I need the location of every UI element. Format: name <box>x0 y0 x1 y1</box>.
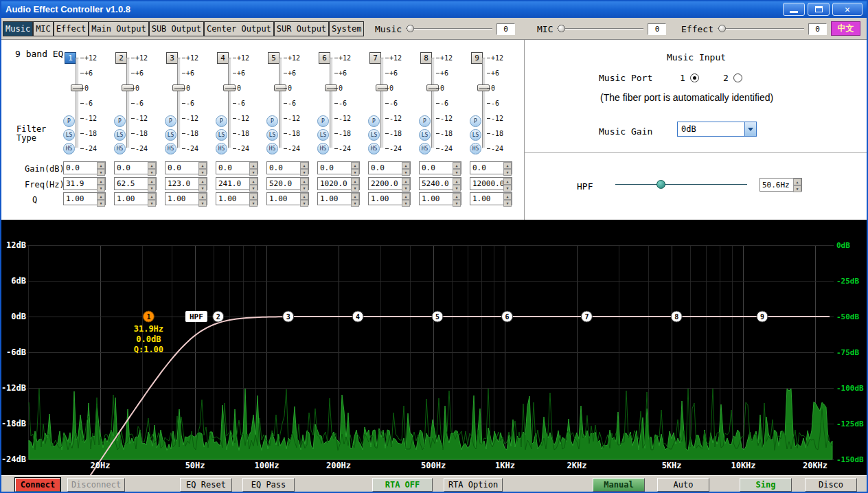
filter-type-p-button[interactable]: P <box>63 115 75 127</box>
tab-center-output[interactable]: Center Output <box>204 21 274 36</box>
spin-up-button[interactable]: ▲ <box>300 193 308 200</box>
eq-fader-track[interactable] <box>431 58 435 148</box>
spin-up-button[interactable]: ▲ <box>97 162 105 169</box>
spin-up-button[interactable]: ▲ <box>503 193 512 200</box>
filter-type-ls-button[interactable]: LS <box>317 129 329 141</box>
spin-up-button[interactable]: ▲ <box>198 178 207 185</box>
close-button[interactable]: ✕ <box>832 3 863 16</box>
music-level-slider[interactable] <box>406 23 492 35</box>
eq-fader-track[interactable] <box>76 58 79 148</box>
eq-fader-track[interactable] <box>380 58 384 148</box>
eq-fader-track[interactable] <box>482 58 486 148</box>
eq-q-input[interactable] <box>318 193 351 205</box>
sing-button[interactable]: Sing <box>740 478 792 492</box>
eq-q-input[interactable] <box>420 193 453 205</box>
eq-band-3-button[interactable]: 3 <box>166 52 178 64</box>
disconnect-button[interactable]: Disconnect <box>67 478 125 492</box>
filter-type-p-button[interactable]: P <box>114 115 126 127</box>
eq-band-5-button[interactable]: 5 <box>268 52 279 64</box>
spin-down-button[interactable]: ▼ <box>198 185 207 192</box>
eq-fader-track[interactable] <box>330 58 333 148</box>
spin-up-button[interactable]: ▲ <box>402 162 410 169</box>
filter-type-p-button[interactable]: P <box>368 115 380 127</box>
spin-down-button[interactable]: ▼ <box>453 185 461 192</box>
eq-band-6-button[interactable]: 6 <box>319 52 330 64</box>
eq-q-input[interactable] <box>369 193 402 205</box>
spin-up-button[interactable]: ▲ <box>300 162 308 169</box>
eq-freq-input[interactable] <box>267 178 300 190</box>
spin-down-button[interactable]: ▼ <box>402 185 410 192</box>
filter-type-hs-button[interactable]: HS <box>419 143 431 154</box>
port-1-radio[interactable] <box>690 73 699 82</box>
spin-up-button[interactable]: ▲ <box>97 193 105 200</box>
auto-button[interactable]: Auto <box>657 478 709 492</box>
eq-freq-input[interactable] <box>470 178 503 190</box>
eq-pass-button[interactable]: EQ Pass <box>242 478 295 492</box>
eq-q-input[interactable] <box>165 193 198 205</box>
spin-down-button[interactable]: ▼ <box>97 169 105 176</box>
spin-down-button[interactable]: ▼ <box>453 200 461 207</box>
eq-band-9-button[interactable]: 9 <box>471 52 483 64</box>
filter-type-p-button[interactable]: P <box>266 115 278 127</box>
tab-music[interactable]: Music <box>3 21 33 36</box>
eq-fader-track[interactable] <box>177 58 181 148</box>
eq-gain-input[interactable] <box>64 162 97 174</box>
eq-freq-input[interactable] <box>216 178 249 190</box>
spin-up-button[interactable]: ▲ <box>402 178 410 185</box>
spin-up-button[interactable]: ▲ <box>351 193 359 200</box>
rta-off-button[interactable]: RTA OFF <box>372 478 433 492</box>
slider-thumb[interactable] <box>407 25 414 32</box>
eq-fader-track[interactable] <box>126 58 130 148</box>
eq-gain-input[interactable] <box>165 162 198 174</box>
eq-band-4-button[interactable]: 4 <box>217 52 229 64</box>
spin-down-button[interactable]: ▼ <box>503 200 512 207</box>
spin-down-button[interactable]: ▼ <box>249 169 258 176</box>
eq-freq-input[interactable] <box>420 178 453 190</box>
eq-freq-input[interactable] <box>64 178 97 190</box>
tab-main-output[interactable]: Main Output <box>89 21 148 36</box>
spin-up-button[interactable]: ▲ <box>453 193 461 200</box>
spin-down-button[interactable]: ▼ <box>402 169 410 176</box>
spin-down-button[interactable]: ▼ <box>198 169 207 176</box>
effect-level-slider[interactable] <box>718 23 804 35</box>
filter-type-hs-button[interactable]: HS <box>63 143 75 154</box>
spin-up-button[interactable]: ▲ <box>249 178 258 185</box>
tab-sur-output[interactable]: SUR Output <box>274 21 329 36</box>
spin-up-button[interactable]: ▲ <box>148 178 156 185</box>
spin-down-button[interactable]: ▼ <box>300 200 308 207</box>
tab-sub-output[interactable]: SUB Output <box>149 21 204 36</box>
filter-type-ls-button[interactable]: LS <box>114 129 126 141</box>
eq-q-input[interactable] <box>470 193 503 205</box>
spin-down-button[interactable]: ▼ <box>148 185 156 192</box>
effect-level-value[interactable] <box>808 23 827 35</box>
filter-type-ls-button[interactable]: LS <box>470 129 481 141</box>
eq-q-input[interactable] <box>64 193 97 205</box>
eq-q-input[interactable] <box>115 193 148 205</box>
eq-fader-track[interactable] <box>279 58 282 148</box>
dropdown-arrow-button[interactable] <box>744 122 756 136</box>
spin-up-button[interactable]: ▲ <box>793 179 801 185</box>
hpf-value-input[interactable] <box>760 179 793 191</box>
spin-down-button[interactable]: ▼ <box>198 200 207 207</box>
spin-down-button[interactable]: ▼ <box>97 200 105 207</box>
spin-up-button[interactable]: ▲ <box>198 193 207 200</box>
eq-gain-input[interactable] <box>369 162 402 174</box>
eq-fader-track[interactable] <box>228 58 231 148</box>
hpf-slider[interactable] <box>615 179 747 191</box>
spin-down-button[interactable]: ▼ <box>97 185 105 192</box>
eq-band-2-button[interactable]: 2 <box>115 52 127 64</box>
filter-type-hs-button[interactable]: HS <box>368 143 380 154</box>
filter-type-p-button[interactable]: P <box>165 115 176 127</box>
maximize-button[interactable] <box>808 3 830 16</box>
spin-down-button[interactable]: ▼ <box>300 185 308 192</box>
mic-level-slider[interactable] <box>557 23 643 35</box>
tab-effect[interactable]: Effect <box>54 21 89 36</box>
port-2-radio[interactable] <box>733 73 742 82</box>
eq-band-1-button[interactable]: 1 <box>65 52 76 64</box>
eq-gain-input[interactable] <box>420 162 453 174</box>
eq-gain-input[interactable] <box>115 162 148 174</box>
eq-freq-input[interactable] <box>318 178 351 190</box>
tab-mic[interactable]: MIC <box>33 21 54 36</box>
eq-gain-input[interactable] <box>267 162 300 174</box>
spin-up-button[interactable]: ▲ <box>97 178 105 185</box>
